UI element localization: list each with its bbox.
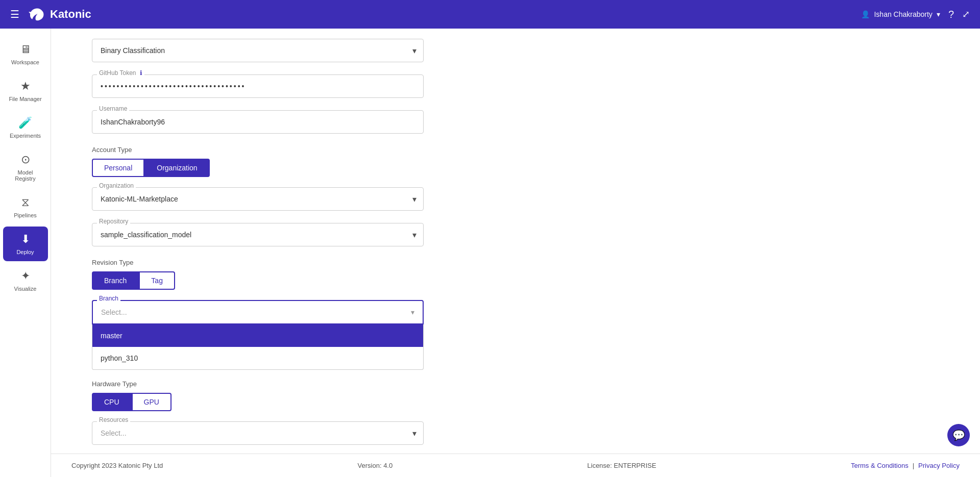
github-token-group: GitHub Token ℹ xyxy=(92,74,490,98)
github-token-input[interactable] xyxy=(92,74,424,98)
main-content: Binary Classification ▾ GitHub Token ℹ U… xyxy=(51,29,980,477)
sidebar: 🖥 Workspace ★ File Manager 🧪 Experiments… xyxy=(0,29,51,477)
topnav-left: ☰ Katonic xyxy=(10,7,91,22)
app-name: Katonic xyxy=(50,8,91,21)
user-menu[interactable]: 👤 Ishan Chakraborty ▾ xyxy=(861,10,940,18)
expand-button[interactable]: ⤢ xyxy=(962,9,970,20)
github-token-info-icon[interactable]: ℹ xyxy=(140,69,142,77)
sidebar-item-pipelines[interactable]: ⧖ Pipelines xyxy=(3,190,48,224)
branch-option-python310[interactable]: python_310 xyxy=(92,347,423,369)
top-navigation: ☰ Katonic 👤 Ishan Chakraborty ▾ ? ⤢ xyxy=(0,0,980,29)
form-area: Binary Classification ▾ GitHub Token ℹ U… xyxy=(51,29,510,477)
sidebar-item-deploy[interactable]: ⬇ Deploy xyxy=(3,227,48,261)
chat-icon: 💬 xyxy=(952,429,965,441)
resources-placeholder: Select... xyxy=(101,429,127,437)
organization-group: Organization Katonic-ML-Marketplace ▾ xyxy=(92,187,490,211)
pipelines-icon: ⧖ xyxy=(21,196,29,209)
personal-account-button[interactable]: Personal xyxy=(92,159,144,177)
branch-field-label: Branch xyxy=(97,295,120,302)
logo-bird-icon xyxy=(28,7,46,22)
repository-select[interactable]: sample_classification_model xyxy=(92,223,424,246)
tag-revision-button[interactable]: Tag xyxy=(139,271,175,290)
github-token-label: GitHub Token ℹ xyxy=(97,69,144,77)
sidebar-item-model-registry[interactable]: ⊙ Model Registry xyxy=(3,147,48,188)
organization-select-wrapper: Katonic-ML-Marketplace ▾ xyxy=(92,187,424,211)
visualize-icon: ✦ xyxy=(21,269,30,283)
hardware-type-label: Hardware Type xyxy=(92,380,490,388)
sidebar-item-file-manager-label: File Manager xyxy=(9,96,41,102)
organization-account-button[interactable]: Organization xyxy=(144,159,209,177)
branch-dropdown-menu: master python_310 xyxy=(92,324,424,370)
resources-select[interactable]: Select... xyxy=(92,421,424,445)
organization-label: Organization xyxy=(97,182,136,189)
footer-divider: | xyxy=(913,462,914,469)
footer: Copyright 2023 Katonic Pty Ltd Version: … xyxy=(51,454,980,477)
model-type-group: Binary Classification ▾ xyxy=(92,39,490,62)
resources-select-wrapper: Select... ▾ xyxy=(92,421,424,445)
help-button[interactable]: ? xyxy=(948,9,954,20)
repository-select-wrapper: sample_classification_model ▾ xyxy=(92,223,424,246)
revision-type-label: Revision Type xyxy=(92,259,490,266)
sidebar-item-file-manager[interactable]: ★ File Manager xyxy=(3,73,48,108)
footer-links: Terms & Conditions | Privacy Policy xyxy=(851,462,960,469)
sidebar-item-model-registry-label: Model Registry xyxy=(7,169,44,182)
organization-select[interactable]: Katonic-ML-Marketplace xyxy=(92,187,424,211)
username-input[interactable] xyxy=(92,110,424,134)
hardware-type-toggle: CPU GPU xyxy=(92,393,490,411)
hardware-type-group: Hardware Type CPU GPU xyxy=(92,380,490,411)
sidebar-item-pipelines-label: Pipelines xyxy=(14,212,37,218)
sidebar-item-workspace[interactable]: 🖥 Workspace xyxy=(3,37,48,71)
model-type-select[interactable]: Binary Classification xyxy=(92,39,424,62)
footer-copyright: Copyright 2023 Katonic Pty Ltd xyxy=(71,462,163,469)
sidebar-item-workspace-label: Workspace xyxy=(11,59,39,65)
terms-link[interactable]: Terms & Conditions xyxy=(851,462,909,469)
footer-license: License: ENTERPRISE xyxy=(587,462,656,469)
footer-version: Version: 4.0 xyxy=(358,462,393,469)
experiments-icon: 🧪 xyxy=(18,116,32,130)
user-avatar-icon: 👤 xyxy=(861,10,870,18)
user-chevron-icon: ▾ xyxy=(937,10,940,18)
revision-type-group: Revision Type Branch Tag xyxy=(92,259,490,290)
account-type-group: Account Type Personal Organization xyxy=(92,146,490,177)
topnav-right: 👤 Ishan Chakraborty ▾ ? ⤢ xyxy=(861,9,970,20)
sidebar-item-experiments-label: Experiments xyxy=(10,133,41,139)
deploy-icon: ⬇ xyxy=(21,233,30,246)
user-name: Ishan Chakraborty xyxy=(874,10,932,18)
workspace-icon: 🖥 xyxy=(20,43,31,56)
file-manager-icon: ★ xyxy=(20,80,31,93)
model-registry-icon: ⊙ xyxy=(21,153,30,166)
branch-revision-button[interactable]: Branch xyxy=(92,271,139,290)
hamburger-menu-button[interactable]: ☰ xyxy=(10,8,19,20)
chat-bubble-button[interactable]: 💬 xyxy=(947,424,970,446)
branch-chevron-icon: ▾ xyxy=(411,308,414,316)
model-type-select-wrapper: Binary Classification ▾ xyxy=(92,39,424,62)
sidebar-item-visualize[interactable]: ✦ Visualize xyxy=(3,263,48,298)
username-group: Username xyxy=(92,110,490,134)
branch-option-master[interactable]: master xyxy=(92,324,423,347)
cpu-hardware-button[interactable]: CPU xyxy=(92,393,132,411)
repository-group: Repository sample_classification_model ▾ xyxy=(92,223,490,246)
branch-dropdown-group: Branch Select... ▾ master python_310 xyxy=(92,300,490,370)
app-logo: Katonic xyxy=(28,7,91,22)
sidebar-item-experiments[interactable]: 🧪 Experiments xyxy=(3,110,48,145)
branch-select-trigger[interactable]: Select... ▾ xyxy=(92,300,424,324)
privacy-link[interactable]: Privacy Policy xyxy=(918,462,960,469)
sidebar-item-deploy-label: Deploy xyxy=(16,249,34,255)
username-label: Username xyxy=(97,105,129,112)
account-type-label: Account Type xyxy=(92,146,490,154)
account-type-toggle: Personal Organization xyxy=(92,159,490,177)
branch-placeholder: Select... xyxy=(101,308,127,316)
gpu-hardware-button[interactable]: GPU xyxy=(132,393,172,411)
revision-type-toggle: Branch Tag xyxy=(92,271,490,290)
resources-label: Resources xyxy=(97,416,130,423)
resources-group: Resources Select... ▾ xyxy=(92,421,490,445)
repository-label: Repository xyxy=(97,218,130,225)
sidebar-item-visualize-label: Visualize xyxy=(14,286,37,292)
